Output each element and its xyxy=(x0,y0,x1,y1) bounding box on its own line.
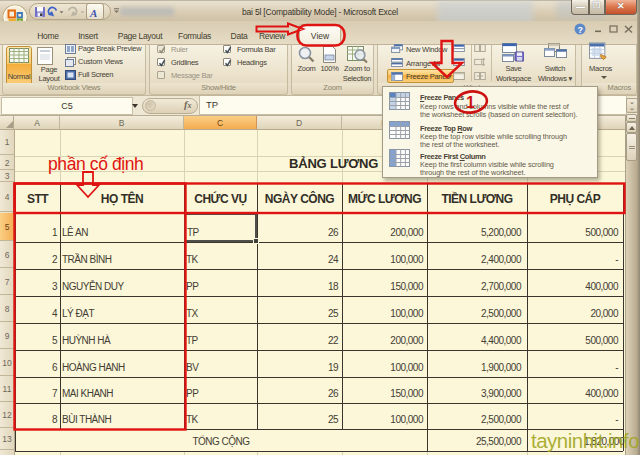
svg-text:?: ? xyxy=(577,25,583,35)
